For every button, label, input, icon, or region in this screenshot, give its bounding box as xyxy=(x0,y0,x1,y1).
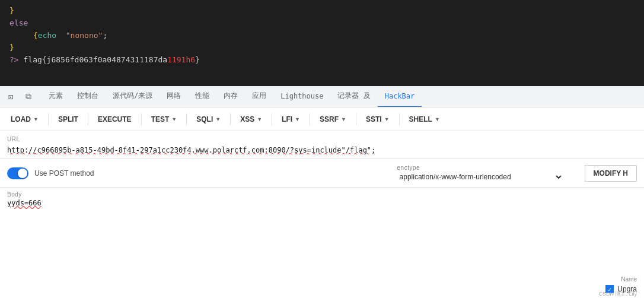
code-flag-end: } xyxy=(195,54,200,66)
code-semicolon: ; xyxy=(103,30,107,42)
code-line-else: else xyxy=(9,17,635,30)
url-label: URL xyxy=(7,136,637,142)
url-section: URL xyxy=(0,131,644,159)
devtools-nav: ⊡ ⧉ 元素 控制台 源代码/来源 网络 性能 内存 应用 xyxy=(0,86,644,107)
enctype-select-wrapper: application/x-www-form-urlencoded xyxy=(397,172,566,182)
post-toggle-label: Use POST method xyxy=(34,169,94,177)
toggle-thumb xyxy=(18,169,27,178)
enctype-select[interactable]: application/x-www-form-urlencoded xyxy=(397,172,563,182)
tab-application[interactable]: 应用 xyxy=(245,86,273,107)
ssti-arrow: ▼ xyxy=(384,116,390,122)
post-section: Use POST method enctype application/x-ww… xyxy=(0,159,644,188)
divider-8 xyxy=(356,113,356,125)
body-label: Body xyxy=(7,191,637,198)
code-line-flag: ?> flag{j6856fd063f0a04874311187da1191h6… xyxy=(9,54,635,66)
tab-network[interactable]: 网络 xyxy=(160,86,188,107)
url-input[interactable] xyxy=(7,146,637,154)
toggle-wrapper: Use POST method xyxy=(7,167,94,179)
code-flag-text: flag{j6856fd063f0a04874311187da xyxy=(23,54,167,66)
tab-hackbar[interactable]: HackBar xyxy=(378,86,422,107)
load-button[interactable]: LOAD ▼ xyxy=(5,113,44,126)
tab-lighthouse[interactable]: Lighthouse xyxy=(273,86,330,107)
body-input[interactable]: yyds=666 xyxy=(7,199,637,207)
enctype-section: enctype application/x-www-form-urlencode… xyxy=(397,164,566,182)
csdn-watermark: CSDN 博主: Lily xyxy=(598,290,637,298)
code-php-close: ?> xyxy=(9,54,19,66)
code-line-echo: { echo "nonono" ; xyxy=(9,30,635,42)
code-flag-red: 1191h6 xyxy=(167,54,195,66)
divider-5 xyxy=(230,113,231,125)
device-icon[interactable]: ⧉ xyxy=(20,88,37,105)
xss-arrow: ▼ xyxy=(257,116,262,122)
code-area: } else { echo "nonono" ; } ?> flag{j6856… xyxy=(0,0,644,86)
enctype-label: enctype xyxy=(397,164,566,171)
divider-9 xyxy=(399,113,400,125)
hackbar-toolbar: LOAD ▼ SPLIT EXECUTE TEST ▼ SQLI ▼ XSS ▼… xyxy=(0,107,644,131)
code-string-nonono: "nonono" xyxy=(66,30,103,42)
divider-6 xyxy=(272,113,272,125)
post-toggle[interactable] xyxy=(7,167,28,179)
load-arrow: ▼ xyxy=(33,116,39,122)
lfi-button[interactable]: LFI ▼ xyxy=(276,113,306,126)
divider-4 xyxy=(186,113,187,125)
ssrf-arrow: ▼ xyxy=(341,116,346,122)
test-button[interactable]: TEST ▼ xyxy=(145,113,183,126)
code-echo: echo xyxy=(38,30,56,42)
divider-1 xyxy=(48,113,49,125)
code-else-keyword: else xyxy=(9,17,28,30)
ssrf-button[interactable]: SSRF ▼ xyxy=(314,113,352,126)
code-open-brace: { xyxy=(33,30,38,42)
split-button[interactable]: SPLIT xyxy=(52,113,84,126)
body-section: Body yyds=666 xyxy=(0,188,644,211)
code-bracket: } xyxy=(9,5,14,17)
shell-button[interactable]: SHELL ▼ xyxy=(403,113,446,126)
tab-performance[interactable]: 性能 xyxy=(188,86,216,107)
tab-sources[interactable]: 源代码/来源 xyxy=(106,86,160,107)
execute-button[interactable]: EXECUTE xyxy=(92,113,138,126)
tab-console[interactable]: 控制台 xyxy=(70,86,106,107)
modify-headers-button[interactable]: MODIFY H xyxy=(585,165,637,182)
code-line-close: } xyxy=(9,42,635,54)
xss-button[interactable]: XSS ▼ xyxy=(234,113,268,126)
tab-recorder[interactable]: 记录器 及 xyxy=(330,86,377,107)
divider-2 xyxy=(88,113,88,125)
divider-3 xyxy=(141,113,142,125)
shell-arrow: ▼ xyxy=(435,116,440,122)
sqli-arrow: ▼ xyxy=(215,116,221,122)
tab-elements[interactable]: 元素 xyxy=(42,86,70,107)
code-line-1: } xyxy=(9,5,635,17)
ssti-button[interactable]: SSTI ▼ xyxy=(360,113,396,126)
nav-icons: ⊡ ⧉ xyxy=(2,88,37,105)
devtools-tabs: 元素 控制台 源代码/来源 网络 性能 内存 应用 Lighthouse xyxy=(42,86,422,107)
divider-7 xyxy=(310,113,310,125)
code-close-brace: } xyxy=(9,42,14,54)
test-arrow: ▼ xyxy=(171,116,177,122)
name-label: Name xyxy=(621,276,637,283)
lfi-arrow: ▼ xyxy=(295,116,300,122)
cursor-icon[interactable]: ⊡ xyxy=(2,88,19,105)
tab-memory[interactable]: 内存 xyxy=(216,86,245,107)
sqli-button[interactable]: SQLI ▼ xyxy=(190,113,227,126)
